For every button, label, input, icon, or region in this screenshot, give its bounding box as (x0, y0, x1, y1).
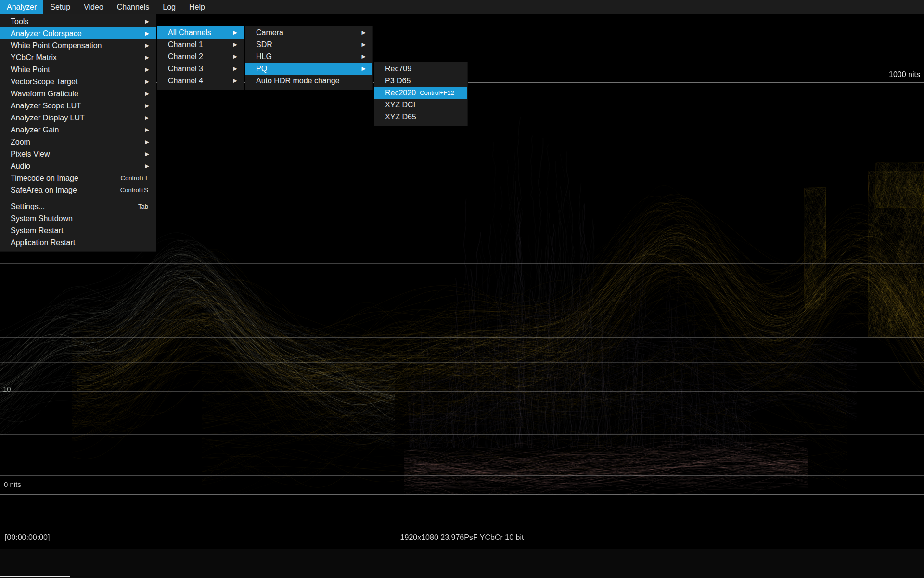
submenu-arrow-icon: ▶ (145, 139, 151, 144)
submenu-arrow-icon: ▶ (145, 91, 151, 96)
submenu-arrow-icon: ▶ (145, 127, 151, 132)
graticule-label-10-nits: 10 (3, 385, 11, 393)
menu-item-label: White Point Compensation (11, 41, 102, 50)
submenu-arrow-icon: ▶ (233, 42, 239, 47)
menu-item-label: SafeArea on Image (11, 186, 77, 195)
submenu-arrow-icon: ▶ (362, 54, 368, 59)
menu-item-label: White Point (11, 66, 50, 74)
analyzer-colorspace-submenu: All Channels▶Channel 1▶Channel 2▶Channel… (157, 26, 244, 90)
menu-item-label: System Restart (11, 226, 63, 235)
menu-item-label: Pixels View (11, 150, 50, 158)
menu-item-camera[interactable]: Camera▶ (245, 26, 372, 39)
menu-item-label: Timecode on Image (11, 174, 78, 183)
menu-item-sdr[interactable]: SDR▶ (245, 39, 372, 51)
menu-item-tools[interactable]: Tools▶ (0, 15, 156, 27)
menu-item-shortcut: Control+S (120, 186, 151, 194)
menubar-item-video[interactable]: Video (77, 0, 110, 14)
menu-item-application-restart[interactable]: Application Restart (0, 236, 156, 249)
menu-item-shortcut: Control+T (121, 174, 151, 182)
menu-item-label: Waveform Graticule (11, 90, 78, 98)
all-channels-submenu: Camera▶SDR▶HLG▶PQ▶Auto HDR mode change (245, 26, 373, 90)
menu-item-label: Channel 3 (168, 65, 203, 73)
submenu-arrow-icon: ▶ (145, 31, 151, 36)
menu-item-label: Application Restart (11, 238, 75, 247)
menu-item-analyzer-gain[interactable]: Analyzer Gain▶ (0, 124, 156, 136)
menu-item-label: SDR (256, 40, 272, 49)
menu-item-label: Zoom (11, 138, 30, 146)
menu-item-zoom[interactable]: Zoom▶ (0, 136, 156, 148)
menu-item-label: Analyzer Display LUT (11, 114, 85, 122)
menubar: AnalyzerSetupVideoChannelsLogHelp (0, 0, 924, 14)
menu-item-label: System Shutdown (11, 214, 73, 223)
menu-item-system-restart[interactable]: System Restart (0, 224, 156, 236)
menu-item-analyzer-colorspace[interactable]: Analyzer Colorspace▶ (0, 27, 156, 39)
menu-item-auto-hdr-mode-change[interactable]: Auto HDR mode change (245, 75, 372, 87)
menu-item-rec2020[interactable]: Rec2020Control+F12 (374, 87, 467, 99)
analyzer-menu: Tools▶Analyzer Colorspace▶White Point Co… (0, 14, 156, 252)
menu-item-label: Channel 4 (168, 77, 203, 85)
menu-item-pixels-view[interactable]: Pixels View▶ (0, 148, 156, 160)
menu-item-label: Rec2020 (385, 89, 416, 97)
submenu-arrow-icon: ▶ (145, 163, 151, 169)
submenu-arrow-icon: ▶ (145, 43, 151, 48)
menu-item-white-point[interactable]: White Point▶ (0, 64, 156, 76)
timeline-strip (0, 549, 924, 578)
menu-item-channel-4[interactable]: Channel 4▶ (157, 75, 244, 87)
menu-item-label: XYZ DCI (385, 101, 415, 109)
menubar-item-setup[interactable]: Setup (43, 0, 77, 14)
menu-item-xyz-d65[interactable]: XYZ D65 (374, 111, 467, 123)
submenu-arrow-icon: ▶ (233, 30, 239, 35)
menu-item-safearea-on-image[interactable]: SafeArea on ImageControl+S (0, 184, 156, 196)
menu-item-settings[interactable]: Settings...Tab (0, 200, 156, 212)
menu-item-label: Tools (11, 17, 28, 26)
menubar-item-analyzer[interactable]: Analyzer (0, 0, 43, 14)
menubar-item-help[interactable]: Help (182, 0, 212, 14)
menu-item-pq[interactable]: PQ▶ (245, 63, 372, 75)
submenu-arrow-icon: ▶ (233, 78, 239, 83)
status-bar: [00:00:00:00] 1920x1080 23.976PsF YCbCr … (0, 526, 924, 548)
submenu-arrow-icon: ▶ (145, 19, 151, 24)
menu-item-label: PQ (256, 65, 267, 73)
submenu-arrow-icon: ▶ (145, 67, 151, 72)
menu-item-label: Rec709 (385, 65, 411, 73)
menu-item-audio[interactable]: Audio▶ (0, 160, 156, 172)
menu-item-system-shutdown[interactable]: System Shutdown (0, 212, 156, 224)
video-format-info: 1920x1080 23.976PsF YCbCr 10 bit (400, 533, 524, 542)
menu-item-label: Audio (11, 162, 30, 171)
menu-item-xyz-dci[interactable]: XYZ DCI (374, 99, 467, 111)
menu-item-hlg[interactable]: HLG▶ (245, 51, 372, 63)
menu-item-label: Analyzer Scope LUT (11, 102, 81, 110)
menu-item-p3-d65[interactable]: P3 D65 (374, 75, 467, 87)
menu-item-analyzer-display-lut[interactable]: Analyzer Display LUT▶ (0, 112, 156, 124)
graticule-label-0-nits: 0 nits (4, 480, 21, 488)
graticule-label-1000-nits: 1000 nits (889, 70, 920, 79)
submenu-arrow-icon: ▶ (145, 55, 151, 60)
submenu-arrow-icon: ▶ (145, 115, 151, 120)
menu-item-label: Settings... (11, 202, 45, 211)
submenu-arrow-icon: ▶ (362, 42, 368, 47)
pq-submenu: Rec709P3 D65Rec2020Control+F12XYZ DCIXYZ… (374, 62, 468, 126)
menu-item-analyzer-scope-lut[interactable]: Analyzer Scope LUT▶ (0, 100, 156, 112)
menu-item-label: Camera (256, 28, 283, 37)
menu-item-waveform-graticule[interactable]: Waveform Graticule▶ (0, 88, 156, 100)
timecode-display: [00:00:00:00] (5, 533, 50, 542)
menu-item-rec709[interactable]: Rec709 (374, 63, 467, 75)
menu-item-white-point-compensation[interactable]: White Point Compensation▶ (0, 39, 156, 52)
menu-item-label: VectorScope Target (11, 78, 77, 86)
menu-item-ycbcr-matrix[interactable]: YCbCr Matrix▶ (0, 52, 156, 64)
timeline-position-marker[interactable] (0, 576, 70, 577)
menu-item-vectorscope-target[interactable]: VectorScope Target▶ (0, 76, 156, 88)
menu-item-label: Analyzer Gain (11, 126, 59, 134)
menu-item-label: Auto HDR mode change (256, 77, 339, 85)
menubar-item-channels[interactable]: Channels (110, 0, 156, 14)
menu-item-channel-2[interactable]: Channel 2▶ (157, 51, 244, 63)
menu-item-timecode-on-image[interactable]: Timecode on ImageControl+T (0, 172, 156, 184)
submenu-arrow-icon: ▶ (233, 54, 239, 59)
menubar-item-log[interactable]: Log (156, 0, 182, 14)
analyzer-app-window: 1000 nits 10 0 nits AnalyzerSetupVideoCh… (0, 0, 924, 578)
menu-item-shortcut: Control+F12 (420, 89, 454, 96)
menu-item-label: HLG (256, 53, 272, 61)
menu-item-channel-3[interactable]: Channel 3▶ (157, 63, 244, 75)
menu-item-channel-1[interactable]: Channel 1▶ (157, 39, 244, 51)
menu-item-all-channels[interactable]: All Channels▶ (157, 26, 244, 39)
